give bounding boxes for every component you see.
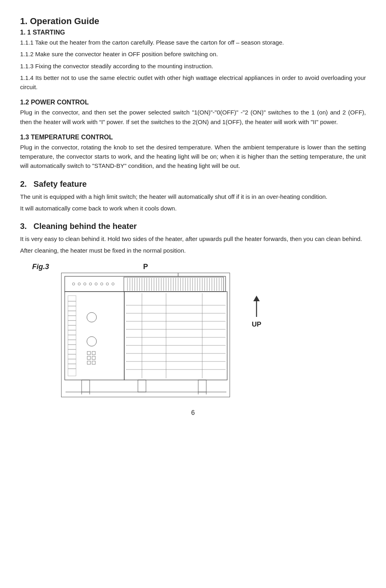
section-2-title: Safety feature — [33, 180, 86, 188]
s2-p1: Plug in the convector, and then set the … — [20, 108, 366, 127]
section-1-2: 1.2 POWER CONTROL Plug in the convector,… — [20, 99, 366, 127]
section-3: 3. Cleaning behind the heater It is very… — [20, 222, 366, 255]
svg-rect-50 — [65, 292, 124, 380]
svg-marker-98 — [253, 296, 260, 301]
section-2: 2. Safety feature The unit is equipped w… — [20, 180, 366, 213]
s1-p3: 1.1.3 Fixing the convector steadily acco… — [20, 61, 366, 71]
svg-rect-90 — [198, 380, 206, 392]
svg-point-7 — [106, 283, 109, 285]
svg-point-8 — [112, 283, 114, 285]
section-3-number: 3. — [20, 222, 27, 231]
svg-point-68 — [87, 337, 96, 346]
s4-p2: It will automatically come back to work … — [20, 204, 366, 213]
s1-p1: 1.1.1 Take out the heater from the carto… — [20, 38, 366, 47]
section-1-3: 1.3 TEMPERATURE CONTROL Plug in the conv… — [20, 134, 366, 171]
figure-area: Fig.3 P — [32, 263, 366, 397]
section-1-3-title: 1.3 TEMPERATURE CONTROL — [20, 134, 366, 141]
page-number: 6 — [20, 409, 366, 416]
s4-p1: The unit is equipped with a high limit s… — [20, 192, 366, 201]
svg-point-3 — [84, 283, 86, 285]
section-1-1: 1. 1 STARTING 1.1.1 Take out the heater … — [20, 29, 366, 92]
s3-p1: Plug in the convector, rotating the knob… — [20, 143, 366, 171]
svg-point-2 — [78, 283, 80, 285]
svg-point-67 — [87, 312, 96, 322]
svg-rect-88 — [82, 380, 90, 392]
fig-label-area: Fig.3 — [32, 263, 49, 274]
s1-p4: 1.1.4 Its better not to use the same ele… — [20, 73, 366, 92]
section-3-title: Cleaning behind the heater — [33, 222, 137, 231]
svg-rect-0 — [65, 276, 226, 292]
svg-rect-70 — [92, 351, 95, 355]
svg-rect-71 — [87, 356, 90, 359]
svg-rect-75 — [124, 292, 227, 380]
section-1-1-title: 1. 1 STARTING — [20, 29, 366, 36]
diagram-container: P — [61, 263, 230, 397]
svg-point-6 — [101, 283, 103, 285]
svg-point-5 — [95, 283, 97, 285]
svg-rect-74 — [92, 361, 95, 364]
heater-svg — [62, 273, 230, 397]
svg-rect-9 — [124, 277, 224, 292]
svg-point-1 — [72, 283, 75, 285]
svg-rect-73 — [87, 361, 90, 364]
section-2-heading: 2. Safety feature — [20, 180, 366, 189]
section-3-heading: 3. Cleaning behind the heater — [20, 222, 366, 231]
s5-p1: It is very easy to clean behind it. Hold… — [20, 234, 366, 243]
heater-diagram — [61, 273, 230, 397]
section-2-number: 2. — [20, 180, 27, 188]
svg-rect-69 — [87, 351, 90, 355]
fig-p-label: P — [143, 263, 148, 271]
fig-label: Fig.3 — [32, 263, 49, 271]
svg-rect-89 — [138, 380, 146, 392]
section-1-2-title: 1.2 POWER CONTROL — [20, 99, 366, 106]
up-arrow-area: UP — [250, 295, 263, 329]
svg-point-4 — [89, 283, 92, 285]
s5-p2: After cleaning, the heater must be fixed… — [20, 246, 366, 255]
up-arrow-icon — [250, 295, 263, 319]
main-title: 1. Operation Guide — [20, 16, 366, 27]
s1-p2: 1.1.2 Make sure the convector heater in … — [20, 49, 366, 59]
svg-rect-72 — [92, 356, 95, 359]
up-label: UP — [252, 321, 261, 329]
